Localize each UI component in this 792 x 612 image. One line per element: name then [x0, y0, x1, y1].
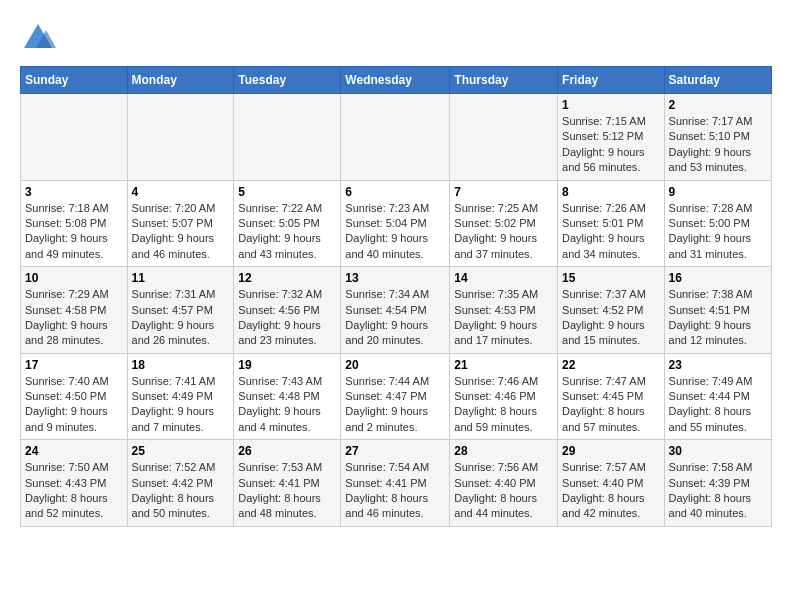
- day-number: 4: [132, 185, 230, 199]
- calendar-cell: 14Sunrise: 7:35 AM Sunset: 4:53 PM Dayli…: [450, 267, 558, 354]
- day-number: 27: [345, 444, 445, 458]
- day-info: Sunrise: 7:23 AM Sunset: 5:04 PM Dayligh…: [345, 201, 445, 263]
- day-info: Sunrise: 7:31 AM Sunset: 4:57 PM Dayligh…: [132, 287, 230, 349]
- day-number: 20: [345, 358, 445, 372]
- day-info: Sunrise: 7:26 AM Sunset: 5:01 PM Dayligh…: [562, 201, 660, 263]
- calendar-cell: 13Sunrise: 7:34 AM Sunset: 4:54 PM Dayli…: [341, 267, 450, 354]
- calendar-cell: 2Sunrise: 7:17 AM Sunset: 5:10 PM Daylig…: [664, 94, 771, 181]
- day-number: 28: [454, 444, 553, 458]
- day-number: 9: [669, 185, 767, 199]
- calendar-cell: 26Sunrise: 7:53 AM Sunset: 4:41 PM Dayli…: [234, 440, 341, 527]
- day-info: Sunrise: 7:22 AM Sunset: 5:05 PM Dayligh…: [238, 201, 336, 263]
- week-row-4: 17Sunrise: 7:40 AM Sunset: 4:50 PM Dayli…: [21, 353, 772, 440]
- calendar-cell: 15Sunrise: 7:37 AM Sunset: 4:52 PM Dayli…: [558, 267, 665, 354]
- calendar-cell: 20Sunrise: 7:44 AM Sunset: 4:47 PM Dayli…: [341, 353, 450, 440]
- calendar-table: SundayMondayTuesdayWednesdayThursdayFrid…: [20, 66, 772, 527]
- day-info: Sunrise: 7:47 AM Sunset: 4:45 PM Dayligh…: [562, 374, 660, 436]
- calendar-cell: 11Sunrise: 7:31 AM Sunset: 4:57 PM Dayli…: [127, 267, 234, 354]
- calendar-cell: [450, 94, 558, 181]
- weekday-header-wednesday: Wednesday: [341, 67, 450, 94]
- day-number: 15: [562, 271, 660, 285]
- day-number: 29: [562, 444, 660, 458]
- day-info: Sunrise: 7:49 AM Sunset: 4:44 PM Dayligh…: [669, 374, 767, 436]
- day-number: 14: [454, 271, 553, 285]
- day-info: Sunrise: 7:20 AM Sunset: 5:07 PM Dayligh…: [132, 201, 230, 263]
- day-number: 23: [669, 358, 767, 372]
- week-row-1: 1Sunrise: 7:15 AM Sunset: 5:12 PM Daylig…: [21, 94, 772, 181]
- day-number: 16: [669, 271, 767, 285]
- day-info: Sunrise: 7:18 AM Sunset: 5:08 PM Dayligh…: [25, 201, 123, 263]
- calendar-cell: 27Sunrise: 7:54 AM Sunset: 4:41 PM Dayli…: [341, 440, 450, 527]
- weekday-header-monday: Monday: [127, 67, 234, 94]
- weekday-header-row: SundayMondayTuesdayWednesdayThursdayFrid…: [21, 67, 772, 94]
- day-info: Sunrise: 7:44 AM Sunset: 4:47 PM Dayligh…: [345, 374, 445, 436]
- day-number: 17: [25, 358, 123, 372]
- day-info: Sunrise: 7:32 AM Sunset: 4:56 PM Dayligh…: [238, 287, 336, 349]
- calendar-cell: 22Sunrise: 7:47 AM Sunset: 4:45 PM Dayli…: [558, 353, 665, 440]
- day-info: Sunrise: 7:15 AM Sunset: 5:12 PM Dayligh…: [562, 114, 660, 176]
- day-info: Sunrise: 7:38 AM Sunset: 4:51 PM Dayligh…: [669, 287, 767, 349]
- page-header: [20, 20, 772, 56]
- calendar-cell: [127, 94, 234, 181]
- day-number: 8: [562, 185, 660, 199]
- calendar-cell: 5Sunrise: 7:22 AM Sunset: 5:05 PM Daylig…: [234, 180, 341, 267]
- calendar-cell: 23Sunrise: 7:49 AM Sunset: 4:44 PM Dayli…: [664, 353, 771, 440]
- day-number: 7: [454, 185, 553, 199]
- day-info: Sunrise: 7:57 AM Sunset: 4:40 PM Dayligh…: [562, 460, 660, 522]
- day-number: 3: [25, 185, 123, 199]
- calendar-cell: 4Sunrise: 7:20 AM Sunset: 5:07 PM Daylig…: [127, 180, 234, 267]
- week-row-2: 3Sunrise: 7:18 AM Sunset: 5:08 PM Daylig…: [21, 180, 772, 267]
- day-info: Sunrise: 7:17 AM Sunset: 5:10 PM Dayligh…: [669, 114, 767, 176]
- calendar-cell: 1Sunrise: 7:15 AM Sunset: 5:12 PM Daylig…: [558, 94, 665, 181]
- calendar-cell: [21, 94, 128, 181]
- day-number: 2: [669, 98, 767, 112]
- day-info: Sunrise: 7:40 AM Sunset: 4:50 PM Dayligh…: [25, 374, 123, 436]
- day-info: Sunrise: 7:46 AM Sunset: 4:46 PM Dayligh…: [454, 374, 553, 436]
- day-info: Sunrise: 7:53 AM Sunset: 4:41 PM Dayligh…: [238, 460, 336, 522]
- weekday-header-saturday: Saturday: [664, 67, 771, 94]
- week-row-3: 10Sunrise: 7:29 AM Sunset: 4:58 PM Dayli…: [21, 267, 772, 354]
- day-number: 12: [238, 271, 336, 285]
- calendar-cell: 7Sunrise: 7:25 AM Sunset: 5:02 PM Daylig…: [450, 180, 558, 267]
- day-number: 6: [345, 185, 445, 199]
- calendar-cell: 9Sunrise: 7:28 AM Sunset: 5:00 PM Daylig…: [664, 180, 771, 267]
- calendar-cell: 25Sunrise: 7:52 AM Sunset: 4:42 PM Dayli…: [127, 440, 234, 527]
- day-info: Sunrise: 7:56 AM Sunset: 4:40 PM Dayligh…: [454, 460, 553, 522]
- day-info: Sunrise: 7:41 AM Sunset: 4:49 PM Dayligh…: [132, 374, 230, 436]
- calendar-cell: 10Sunrise: 7:29 AM Sunset: 4:58 PM Dayli…: [21, 267, 128, 354]
- calendar-cell: 30Sunrise: 7:58 AM Sunset: 4:39 PM Dayli…: [664, 440, 771, 527]
- day-info: Sunrise: 7:34 AM Sunset: 4:54 PM Dayligh…: [345, 287, 445, 349]
- calendar-cell: 8Sunrise: 7:26 AM Sunset: 5:01 PM Daylig…: [558, 180, 665, 267]
- calendar-cell: 12Sunrise: 7:32 AM Sunset: 4:56 PM Dayli…: [234, 267, 341, 354]
- day-info: Sunrise: 7:25 AM Sunset: 5:02 PM Dayligh…: [454, 201, 553, 263]
- calendar-cell: 29Sunrise: 7:57 AM Sunset: 4:40 PM Dayli…: [558, 440, 665, 527]
- day-info: Sunrise: 7:58 AM Sunset: 4:39 PM Dayligh…: [669, 460, 767, 522]
- day-number: 10: [25, 271, 123, 285]
- day-number: 13: [345, 271, 445, 285]
- day-number: 11: [132, 271, 230, 285]
- day-number: 26: [238, 444, 336, 458]
- calendar-cell: 24Sunrise: 7:50 AM Sunset: 4:43 PM Dayli…: [21, 440, 128, 527]
- weekday-header-tuesday: Tuesday: [234, 67, 341, 94]
- calendar-cell: [341, 94, 450, 181]
- weekday-header-friday: Friday: [558, 67, 665, 94]
- day-info: Sunrise: 7:52 AM Sunset: 4:42 PM Dayligh…: [132, 460, 230, 522]
- day-number: 30: [669, 444, 767, 458]
- week-row-5: 24Sunrise: 7:50 AM Sunset: 4:43 PM Dayli…: [21, 440, 772, 527]
- day-info: Sunrise: 7:50 AM Sunset: 4:43 PM Dayligh…: [25, 460, 123, 522]
- calendar-cell: 3Sunrise: 7:18 AM Sunset: 5:08 PM Daylig…: [21, 180, 128, 267]
- calendar-cell: 16Sunrise: 7:38 AM Sunset: 4:51 PM Dayli…: [664, 267, 771, 354]
- day-number: 1: [562, 98, 660, 112]
- logo-icon: [20, 20, 56, 56]
- day-info: Sunrise: 7:28 AM Sunset: 5:00 PM Dayligh…: [669, 201, 767, 263]
- day-number: 21: [454, 358, 553, 372]
- day-info: Sunrise: 7:37 AM Sunset: 4:52 PM Dayligh…: [562, 287, 660, 349]
- calendar-cell: 18Sunrise: 7:41 AM Sunset: 4:49 PM Dayli…: [127, 353, 234, 440]
- calendar-cell: 6Sunrise: 7:23 AM Sunset: 5:04 PM Daylig…: [341, 180, 450, 267]
- day-info: Sunrise: 7:54 AM Sunset: 4:41 PM Dayligh…: [345, 460, 445, 522]
- calendar-cell: [234, 94, 341, 181]
- day-number: 22: [562, 358, 660, 372]
- logo: [20, 20, 60, 56]
- day-number: 19: [238, 358, 336, 372]
- day-info: Sunrise: 7:29 AM Sunset: 4:58 PM Dayligh…: [25, 287, 123, 349]
